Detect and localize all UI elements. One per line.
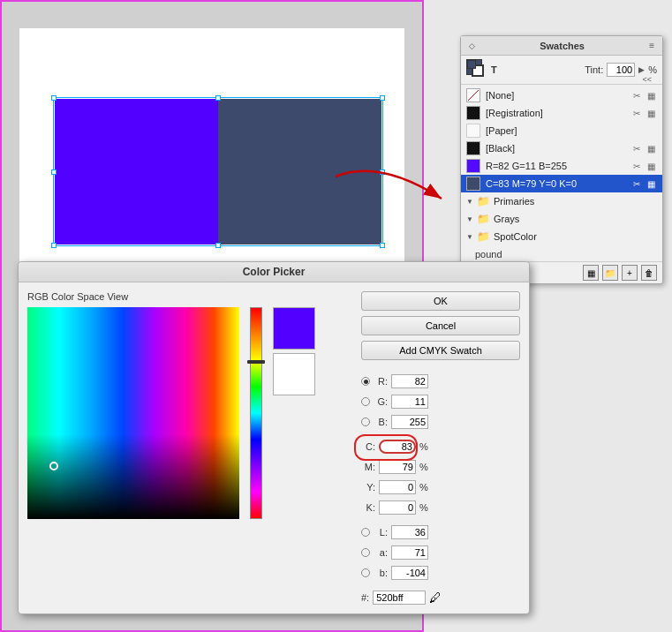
- folder-arrow-primaries: ▼: [466, 198, 473, 206]
- hue-slider: [250, 307, 262, 519]
- folder-icon-spotcolor: 📁: [477, 230, 490, 243]
- fill-stroke-indicator[interactable]: [466, 59, 487, 80]
- eyedropper-tool[interactable]: 🖊: [429, 591, 442, 605]
- y-input[interactable]: [379, 480, 416, 494]
- g-input-row: G:: [361, 393, 520, 410]
- ok-button[interactable]: OK: [361, 291, 520, 311]
- compound-label-area: pound: [461, 247, 662, 261]
- c-label: C:: [361, 441, 375, 452]
- tint-pct: %: [648, 64, 657, 75]
- swatch-color-black: [466, 141, 480, 155]
- picker-gradient-label: RGB Color Space View: [27, 291, 352, 302]
- folder-icon-grays: 📁: [477, 213, 490, 225]
- picker-buttons: OK Cancel Add CMYK Swatch: [361, 291, 520, 360]
- a-label: a:: [374, 547, 388, 558]
- swatch-icon-black-grid: ▦: [645, 142, 657, 154]
- cancel-button[interactable]: Cancel: [361, 316, 520, 335]
- b-input[interactable]: [391, 415, 428, 429]
- hex-input[interactable]: [373, 591, 426, 605]
- hex-row: #: 🖊: [361, 591, 520, 605]
- swatch-icons-rgb: ✂ ▦: [630, 160, 657, 172]
- shape-left[interactable]: [55, 99, 218, 245]
- folder-item-spotcolor[interactable]: ▼ 📁 SpotColor: [461, 228, 662, 245]
- swatch-icon-scissors: ✂: [630, 89, 643, 102]
- c-input[interactable]: [379, 440, 416, 454]
- swatch-name-none: [None]: [486, 90, 625, 101]
- swatch-color-paper: [466, 124, 480, 138]
- b-radio[interactable]: [361, 418, 370, 426]
- m-input[interactable]: [379, 460, 416, 474]
- swatch-item-rgb[interactable]: R=82 G=11 B=255 ✂ ▦: [461, 157, 662, 175]
- color-picker-dialog: Color Picker RGB Color Space View: [18, 261, 530, 614]
- swatch-icon-reg-scissors: ✂: [630, 107, 643, 119]
- swatch-color-rgb: [466, 159, 480, 173]
- panel-btn-new[interactable]: +: [622, 265, 638, 281]
- swatch-item-cmyk[interactable]: C=83 M=79 Y=0 K=0 ✂ ▦: [461, 175, 662, 192]
- l-radio[interactable]: [361, 528, 370, 537]
- l-input[interactable]: [391, 525, 428, 539]
- a-radio[interactable]: [361, 548, 370, 557]
- swatch-item-paper[interactable]: [Paper]: [461, 122, 662, 139]
- folder-item-primaries[interactable]: ▼ 📁 Primaries: [461, 192, 662, 210]
- swatch-icon-black-scissors: ✂: [630, 142, 643, 154]
- swatch-color-none: [466, 88, 480, 102]
- swatch-icon-rgb-scissors: ✂: [630, 160, 643, 172]
- folder-item-grays[interactable]: ▼ 📁 Grays: [461, 210, 662, 228]
- tint-arrow-btn[interactable]: ▶: [638, 65, 645, 74]
- panel-btn-delete[interactable]: 🗑: [641, 265, 657, 281]
- r-input-row: R:: [361, 372, 520, 390]
- swatch-name-registration: [Registration]: [486, 108, 625, 118]
- add-cmyk-swatch-button[interactable]: Add CMYK Swatch: [361, 341, 520, 360]
- b-lab-radio[interactable]: [361, 568, 370, 577]
- panel-expand-btn[interactable]: <<: [642, 75, 652, 84]
- m-label: M:: [361, 462, 375, 472]
- hex-label: #:: [361, 592, 369, 603]
- swatch-item-registration[interactable]: [Registration] ✂ ▦: [461, 104, 662, 122]
- k-input[interactable]: [379, 500, 416, 515]
- swatch-icon-cmyk-grid: ▦: [645, 177, 657, 190]
- color-preview-stack: [273, 307, 315, 395]
- swatch-item-black[interactable]: [Black] ✂ ▦: [461, 139, 662, 157]
- l-input-row: L:: [361, 523, 520, 541]
- hue-indicator: [247, 360, 265, 364]
- swatch-icons-black: ✂ ▦: [630, 142, 657, 154]
- b-lab-input-row: b:: [361, 564, 520, 582]
- swatch-item-none[interactable]: [None] ✂ ▦: [461, 87, 662, 104]
- gradient-square[interactable]: [27, 307, 239, 519]
- swatch-name-black: [Black]: [486, 143, 625, 154]
- panel-controls: ≡: [646, 40, 657, 51]
- fill-swatch-inner: [467, 60, 476, 69]
- text-mode-label[interactable]: T: [491, 64, 497, 75]
- panel-menu-btn[interactable]: ≡: [646, 40, 657, 51]
- hue-slider-container[interactable]: [250, 307, 262, 519]
- g-radio[interactable]: [361, 397, 370, 406]
- picker-titlebar: Color Picker: [19, 262, 529, 282]
- shape-right[interactable]: [218, 99, 381, 245]
- gradient-crosshair: [49, 462, 58, 470]
- m-input-row: M: %: [361, 458, 520, 476]
- swatch-icon-reg-grid: ▦: [645, 107, 657, 119]
- b-lab-input[interactable]: [391, 566, 428, 580]
- a-input[interactable]: [391, 545, 428, 560]
- swatch-icons-registration: ✂ ▦: [630, 107, 657, 119]
- g-label: G:: [374, 396, 388, 407]
- panel-btn-grid[interactable]: ▦: [583, 265, 599, 281]
- k-label: K:: [361, 502, 375, 513]
- compound-text: pound: [468, 247, 510, 261]
- g-input[interactable]: [391, 395, 428, 409]
- r-label: R:: [374, 376, 388, 387]
- swatch-icon-rgb-grid: ▦: [645, 160, 657, 172]
- r-radio[interactable]: [361, 377, 370, 386]
- panel-btn-folder[interactable]: 📁: [602, 265, 618, 281]
- rgb-inputs: R: G: B:: [361, 372, 520, 431]
- l-label: L:: [374, 527, 388, 538]
- cmyk-inputs: C: % M: % Y: % K: %: [361, 438, 520, 516]
- none-cross: [468, 90, 479, 101]
- tint-input[interactable]: [607, 63, 635, 77]
- swatch-name-rgb: R=82 G=11 B=255: [486, 161, 625, 171]
- r-input[interactable]: [391, 374, 428, 388]
- swatches-toolbar: T Tint: ▶ %: [461, 56, 662, 85]
- folder-arrow-spotcolor: ▼: [466, 233, 473, 241]
- panel-collapse-btn[interactable]: ◇: [466, 41, 478, 51]
- k-pct: %: [419, 502, 428, 513]
